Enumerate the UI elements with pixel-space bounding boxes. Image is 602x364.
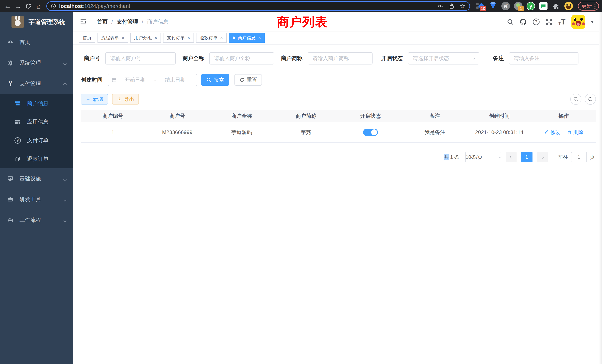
extension-y-icon[interactable]: y <box>526 2 535 11</box>
date-range-picker[interactable]: 开始日期 - 结束日期 <box>108 74 197 86</box>
scrollbar[interactable] <box>599 12 602 364</box>
sidebar-item-home[interactable]: 首页 <box>0 32 73 53</box>
extension-gem-icon[interactable] <box>489 2 497 11</box>
tab-merchant-info[interactable]: 商户信息× <box>229 33 265 43</box>
sidebar-item-pay-order[interactable]: ¥ 支付订单 <box>0 131 73 150</box>
delete-link[interactable]: 删除 <box>567 129 583 136</box>
close-icon[interactable]: × <box>187 35 190 40</box>
font-size-icon[interactable]: TT <box>559 18 566 26</box>
column-header: 商户编号 <box>81 113 145 119</box>
tab-pay-order[interactable]: 支付订单× <box>163 33 194 43</box>
browser-home-button[interactable]: ⌂ <box>34 1 43 11</box>
github-icon[interactable] <box>519 18 527 26</box>
profile-emoji-icon[interactable] <box>564 2 573 11</box>
browser-reload-button[interactable] <box>24 1 33 11</box>
chevron-down-icon <box>64 196 66 203</box>
sidebar-item-pay[interactable]: ¥ 支付管理 <box>0 73 73 94</box>
page-content: 商户号 商户全称 商户简称 开启状态 请选择开启状态 备注 创建时间 <box>73 44 602 364</box>
tab-label: 首页 <box>83 35 92 41</box>
prev-page-button[interactable] <box>506 152 516 162</box>
add-button[interactable]: ＋ 新增 <box>81 94 108 105</box>
tab-home[interactable]: 首页 <box>79 33 95 43</box>
monitor-icon <box>6 176 15 182</box>
sidebar-item-label: 工作流程 <box>20 216 41 224</box>
avatar[interactable] <box>571 15 585 29</box>
status-toggle[interactable] <box>363 129 378 136</box>
extension-apps-icon[interactable]: 10 <box>476 2 485 11</box>
pay-order-icon: ¥ <box>14 137 22 144</box>
status-select[interactable]: 请选择开启状态 <box>408 52 479 64</box>
browser-update-button[interactable]: 更新 <box>578 2 599 11</box>
sidebar-item-workflow[interactable]: 工作流程 <box>0 210 73 231</box>
edit-link[interactable]: 修改 <box>544 129 560 136</box>
page-size-select[interactable]: 10条/页 <box>465 152 501 162</box>
tab-process-form[interactable]: 流程表单× <box>97 33 128 43</box>
next-page-button[interactable] <box>537 152 548 162</box>
breadcrumb: 首页 / 支付管理 / 商户信息 <box>97 18 169 26</box>
remark-label: 备注 <box>492 55 504 62</box>
refresh-icon <box>239 77 245 83</box>
page-annotation-title: 商户列表 <box>277 14 328 30</box>
date-separator: - <box>153 77 157 83</box>
goto-page-input[interactable] <box>571 152 587 162</box>
password-key-icon[interactable] <box>438 3 443 9</box>
browser-menu-icon[interactable] <box>594 3 595 9</box>
toggle-search-button[interactable] <box>570 94 581 105</box>
full-name-input[interactable] <box>209 52 274 64</box>
table-row: 1 M233666999 芋道源码 芋艿 我是备注 2021-10-23 08:… <box>81 122 596 143</box>
filter-row-2: 创建时间 开始日期 - 结束日期 搜索 重置 <box>81 74 602 86</box>
main-area: 首页 / 支付管理 / 商户信息 商户列表 ? TT <box>73 12 602 364</box>
tab-refund-order[interactable]: 退款订单× <box>196 33 227 43</box>
selected-text: 共 <box>444 154 449 160</box>
sidebar-item-app-info[interactable]: 应用信息 <box>0 113 73 131</box>
end-date-placeholder: 结束日期 <box>157 76 193 83</box>
search-button[interactable]: 搜索 <box>201 74 229 86</box>
extensions-row: 10 ⌘ 1 y <box>476 2 573 11</box>
close-icon[interactable]: × <box>122 35 124 40</box>
remark-input[interactable] <box>509 52 579 64</box>
close-icon[interactable]: × <box>258 35 261 40</box>
sidebar-item-devtools[interactable]: 研发工具 <box>0 189 73 210</box>
sidebar-logo[interactable]: 芋道管理系统 <box>0 12 73 32</box>
navbar-actions: ? TT ▾ <box>507 12 593 32</box>
column-header: 商户全称 <box>209 113 274 119</box>
dashboard-icon <box>6 39 15 45</box>
full-name-label: 商户全称 <box>182 55 204 62</box>
browser-back-button[interactable]: ← <box>3 1 12 11</box>
extensions-puzzle-icon[interactable] <box>552 2 560 11</box>
sidebar: 芋道管理系统 首页 系统管理 ¥ 支付管理 <box>0 12 73 364</box>
breadcrumb-home[interactable]: 首页 <box>97 18 108 26</box>
refresh-table-button[interactable] <box>585 94 596 105</box>
extension-command-icon[interactable]: ⌘ <box>501 2 510 11</box>
fullscreen-icon[interactable] <box>546 18 552 25</box>
page-1-button[interactable]: 1 <box>521 152 533 162</box>
sidebar-item-refund-order[interactable]: 退款订单 <box>0 150 73 168</box>
column-header: 开启状态 <box>338 113 403 119</box>
tab-user-group[interactable]: 用户分组× <box>130 33 161 43</box>
sidebar-item-system[interactable]: 系统管理 <box>0 53 73 73</box>
close-icon[interactable]: × <box>154 35 157 40</box>
site-info-icon[interactable] <box>51 3 56 9</box>
breadcrumb-section[interactable]: 支付管理 <box>117 18 138 26</box>
extension-proxy-icon[interactable]: 1 <box>514 2 523 11</box>
help-icon[interactable]: ? <box>533 19 539 25</box>
trash-icon <box>567 130 572 135</box>
sidebar-item-infra[interactable]: 基础设施 <box>0 168 73 189</box>
sidebar-collapse-button[interactable] <box>79 18 87 26</box>
sidebar-item-merchant-info[interactable]: 商户信息 <box>0 94 73 113</box>
grid-icon <box>14 119 22 125</box>
browser-forward-button[interactable]: → <box>13 1 23 11</box>
table-tools <box>570 94 596 105</box>
short-name-input[interactable] <box>308 52 373 64</box>
bookmark-star-icon[interactable]: ☆ <box>460 2 466 10</box>
merchant-no-input[interactable] <box>105 52 176 64</box>
export-button[interactable]: 导出 <box>112 94 139 105</box>
reset-button[interactable]: 重置 <box>235 74 262 86</box>
chevron-down-icon[interactable]: ▾ <box>591 19 593 25</box>
share-icon[interactable] <box>449 3 455 9</box>
close-icon[interactable]: × <box>220 35 223 40</box>
extension-chat-icon[interactable] <box>539 2 548 11</box>
url-bar[interactable]: localhost:1024/pay/merchant ☆ <box>46 1 470 11</box>
update-label: 更新 <box>581 3 592 10</box>
search-icon[interactable] <box>507 19 514 25</box>
